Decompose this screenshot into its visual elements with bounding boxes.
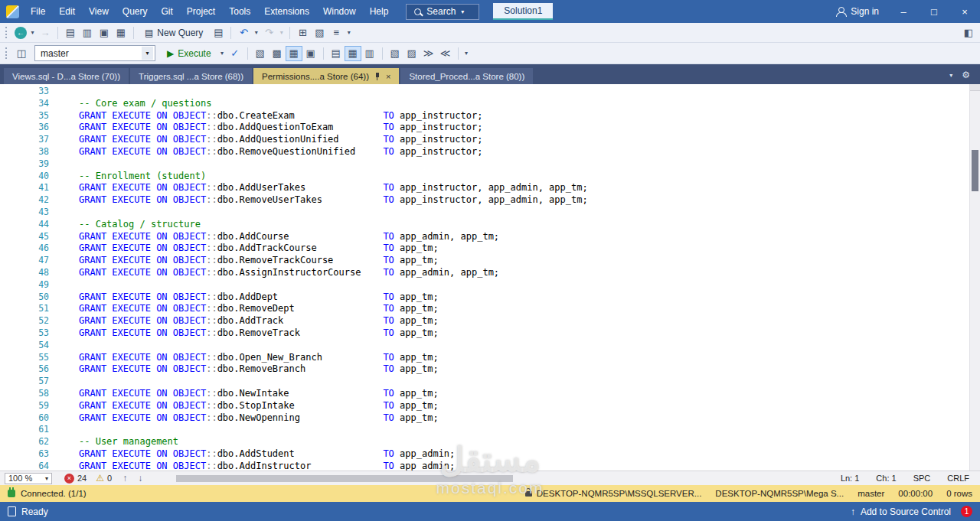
- tab-settings-gear-icon[interactable]: ⚙: [962, 70, 970, 80]
- horizontal-scrollbar[interactable]: [153, 474, 813, 483]
- zoom-select[interactable]: 100 % ▾: [5, 473, 52, 484]
- outdent-icon[interactable]: ≪: [437, 46, 454, 61]
- code-line[interactable]: 56GRANT EXECUTE ON OBJECT::dbo.RemoveBra…: [0, 363, 969, 376]
- list-members-caret-icon[interactable]: ▾: [345, 25, 353, 41]
- prev-error-icon[interactable]: ↑: [122, 473, 127, 484]
- menu-query[interactable]: Query: [116, 1, 155, 22]
- code-line[interactable]: 36GRANT EXECUTE ON OBJECT::dbo.AddQuesti…: [0, 122, 969, 134]
- code-line[interactable]: 33: [0, 86, 969, 98]
- open-file-icon[interactable]: ▥: [79, 25, 96, 41]
- code-line[interactable]: 57: [0, 376, 969, 388]
- new-query-file-icon[interactable]: ▤: [62, 25, 79, 41]
- tab-list-caret-icon[interactable]: ▾: [949, 72, 952, 79]
- code-line[interactable]: 52GRANT EXECUTE ON OBJECT::dbo.AddTrack …: [0, 315, 969, 327]
- menu-tools[interactable]: Tools: [222, 1, 257, 22]
- estimated-plan-icon[interactable]: ▧: [252, 46, 269, 61]
- code-line[interactable]: 54: [0, 340, 969, 352]
- activity-monitor-icon[interactable]: ▧: [311, 25, 328, 41]
- server-name[interactable]: DESKTOP-NQMR5SP\MSSQLSERVER...: [537, 489, 702, 498]
- code-line[interactable]: 44-- Catalog / structure: [0, 219, 969, 231]
- horizontal-scrollbar-thumb[interactable]: [176, 475, 513, 482]
- properties-panel-icon[interactable]: ◧: [960, 25, 977, 41]
- menu-view[interactable]: View: [82, 1, 116, 22]
- vertical-scrollbar[interactable]: [969, 84, 980, 471]
- toolbar-grip[interactable]: [5, 27, 8, 38]
- menu-git[interactable]: Git: [155, 1, 180, 22]
- code-line[interactable]: 53GRANT EXECUTE ON OBJECT::dbo.RemoveTra…: [0, 327, 969, 340]
- menu-project[interactable]: Project: [180, 1, 222, 22]
- code-line[interactable]: 62-- User management: [0, 436, 969, 448]
- code-line[interactable]: 47GRANT EXECUTE ON OBJECT::dbo.RemoveTra…: [0, 255, 969, 267]
- code-line[interactable]: 60GRANT EXECUTE ON OBJECT::dbo.NewOpenni…: [0, 412, 969, 425]
- code-line[interactable]: 58GRANT EXECUTE ON OBJECT::dbo.NewIntake…: [0, 388, 969, 400]
- code-line[interactable]: 43: [0, 207, 969, 219]
- code-line[interactable]: 51GRANT EXECUTE ON OBJECT::dbo.RemoveDep…: [0, 303, 969, 315]
- next-error-icon[interactable]: ↓: [138, 473, 142, 484]
- save-all-icon[interactable]: ▦: [113, 25, 129, 41]
- menu-extensions[interactable]: Extensions: [257, 1, 316, 22]
- minimize-button[interactable]: –: [888, 0, 919, 23]
- redo-icon[interactable]: ↷: [260, 25, 277, 41]
- nav-backward-caret-icon[interactable]: ▾: [28, 25, 37, 41]
- code-line[interactable]: 42GRANT EXECUTE ON OBJECT::dbo.RemoveUse…: [0, 194, 969, 207]
- toolbar-options-caret-icon[interactable]: ▾: [462, 46, 471, 61]
- warning-icon[interactable]: ⚠: [96, 473, 104, 484]
- code-line[interactable]: 35GRANT EXECUTE ON OBJECT::dbo.CreateExa…: [0, 110, 969, 122]
- sqlcmd-icon[interactable]: ▣: [302, 46, 319, 61]
- nav-backward-icon[interactable]: ←: [15, 27, 27, 39]
- notification-badge[interactable]: 1: [961, 506, 972, 517]
- pin-icon[interactable]: [374, 73, 381, 80]
- intellisense-icon[interactable]: ▦: [286, 46, 302, 61]
- execute-button[interactable]: ▶Execute: [160, 46, 218, 61]
- code-line[interactable]: 55GRANT EXECUTE ON OBJECT::dbo.Open_New_…: [0, 352, 969, 364]
- code-line[interactable]: 61: [0, 424, 969, 436]
- change-connection-icon[interactable]: ◫: [13, 46, 30, 61]
- nav-forward-icon[interactable]: →: [37, 25, 54, 41]
- splitter-handle-icon[interactable]: [970, 84, 980, 91]
- save-icon[interactable]: ▣: [96, 25, 113, 41]
- list-members-icon[interactable]: ≡: [328, 25, 345, 41]
- code-line[interactable]: 45GRANT EXECUTE ON OBJECT::dbo.AddCourse…: [0, 231, 969, 243]
- menu-file[interactable]: File: [24, 1, 52, 22]
- query-toolbar-grip[interactable]: [5, 47, 8, 59]
- redo-caret-icon[interactable]: ▾: [277, 25, 286, 41]
- code-line[interactable]: 63GRANT EXECUTE ON OBJECT::dbo.AddStuden…: [0, 448, 969, 461]
- close-button[interactable]: ×: [949, 0, 980, 23]
- code-line[interactable]: 46GRANT EXECUTE ON OBJECT::dbo.AddTrackC…: [0, 243, 969, 255]
- code-line[interactable]: 38GRANT EXECUTE ON OBJECT::dbo.RemoveQue…: [0, 146, 969, 158]
- debug-caret-icon[interactable]: ▾: [218, 46, 227, 61]
- code-line[interactable]: 59GRANT EXECUTE ON OBJECT::dbo.StopIntak…: [0, 400, 969, 412]
- document-tab[interactable]: Views.sql - D...a Store (70)): [4, 68, 129, 84]
- database-combo[interactable]: master ▾: [34, 45, 155, 61]
- query-options-icon[interactable]: ▩: [269, 46, 286, 61]
- code-line[interactable]: 48GRANT EXECUTE ON OBJECT::dbo.AssignIns…: [0, 267, 969, 279]
- login-name[interactable]: DESKTOP-NQMR5SP\Mega S...: [715, 489, 844, 498]
- script-grid-icon[interactable]: ⊞: [294, 25, 311, 41]
- vertical-scrollbar-thumb[interactable]: [972, 150, 978, 191]
- menu-window[interactable]: Window: [316, 1, 363, 22]
- add-to-source-control-button[interactable]: Add to Source Control: [861, 506, 951, 517]
- code-line[interactable]: 49: [0, 279, 969, 291]
- comment-icon[interactable]: ▧: [387, 46, 403, 61]
- code-line[interactable]: 34-- Core exam / questions: [0, 98, 969, 110]
- uncomment-icon[interactable]: ▨: [403, 46, 420, 61]
- code-line[interactable]: 39: [0, 158, 969, 171]
- solution-selector[interactable]: Solution1: [493, 3, 553, 20]
- maximize-button[interactable]: □: [919, 0, 949, 23]
- results-grid-icon[interactable]: ▦: [345, 46, 361, 61]
- undo-caret-icon[interactable]: ▾: [252, 25, 260, 41]
- document-tab[interactable]: Stored_Proced...a Store (80)): [400, 68, 533, 84]
- menu-help[interactable]: Help: [363, 1, 396, 22]
- open-query-icon[interactable]: ▤: [210, 25, 227, 41]
- code-area[interactable]: 3334-- Core exam / questions35GRANT EXEC…: [0, 84, 969, 471]
- document-tab[interactable]: Triggers.sql ...a Store (68)): [130, 68, 252, 84]
- code-line[interactable]: 64GRANT EXECUTE ON OBJECT::dbo.AddInstru…: [0, 461, 969, 471]
- indent-icon[interactable]: ≫: [420, 46, 437, 61]
- code-line[interactable]: 41GRANT EXECUTE ON OBJECT::dbo.AddUserTa…: [0, 182, 969, 194]
- results-file-icon[interactable]: ▥: [361, 46, 378, 61]
- parse-icon[interactable]: ✓: [227, 46, 243, 61]
- results-text-icon[interactable]: ▤: [328, 46, 345, 61]
- new-query-button[interactable]: ▤New Query: [138, 25, 210, 41]
- close-tab-icon[interactable]: ×: [386, 72, 390, 81]
- menu-edit[interactable]: Edit: [52, 1, 82, 22]
